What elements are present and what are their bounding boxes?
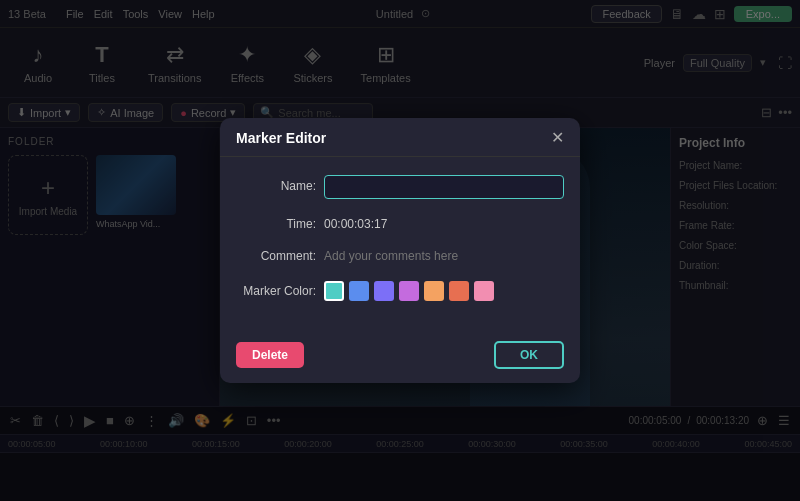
modal-color-row: Marker Color: bbox=[236, 281, 564, 301]
color-swatch-3[interactable] bbox=[399, 281, 419, 301]
modal-comment-row: Comment: bbox=[236, 245, 564, 267]
modal-name-label: Name: bbox=[236, 175, 316, 193]
modal-comment-input[interactable] bbox=[324, 245, 564, 267]
color-swatch-2[interactable] bbox=[374, 281, 394, 301]
modal-close-button[interactable]: ✕ bbox=[551, 130, 564, 146]
modal-color-label: Marker Color: bbox=[236, 284, 316, 298]
color-swatch-5[interactable] bbox=[449, 281, 469, 301]
modal-overlay: Marker Editor ✕ Name: Time: 00:00:03:17 … bbox=[0, 0, 800, 501]
modal-time-label: Time: bbox=[236, 213, 316, 231]
modal-name-row: Name: bbox=[236, 175, 564, 199]
color-swatch-4[interactable] bbox=[424, 281, 444, 301]
modal-name-input[interactable] bbox=[324, 175, 564, 199]
color-swatch-0[interactable] bbox=[324, 281, 344, 301]
modal-comment-label: Comment: bbox=[236, 245, 316, 263]
ok-button[interactable]: OK bbox=[494, 341, 564, 369]
modal-time-value: 00:00:03:17 bbox=[324, 213, 387, 231]
color-swatch-1[interactable] bbox=[349, 281, 369, 301]
modal-body: Name: Time: 00:00:03:17 Comment: Marker … bbox=[220, 157, 580, 331]
modal-time-row: Time: 00:00:03:17 bbox=[236, 213, 564, 231]
modal-footer: Delete OK bbox=[220, 331, 580, 383]
modal-header: Marker Editor ✕ bbox=[220, 118, 580, 157]
modal-title: Marker Editor bbox=[236, 130, 326, 146]
delete-button[interactable]: Delete bbox=[236, 342, 304, 368]
color-swatch-6[interactable] bbox=[474, 281, 494, 301]
color-swatches bbox=[324, 281, 494, 301]
marker-editor-modal: Marker Editor ✕ Name: Time: 00:00:03:17 … bbox=[220, 118, 580, 383]
